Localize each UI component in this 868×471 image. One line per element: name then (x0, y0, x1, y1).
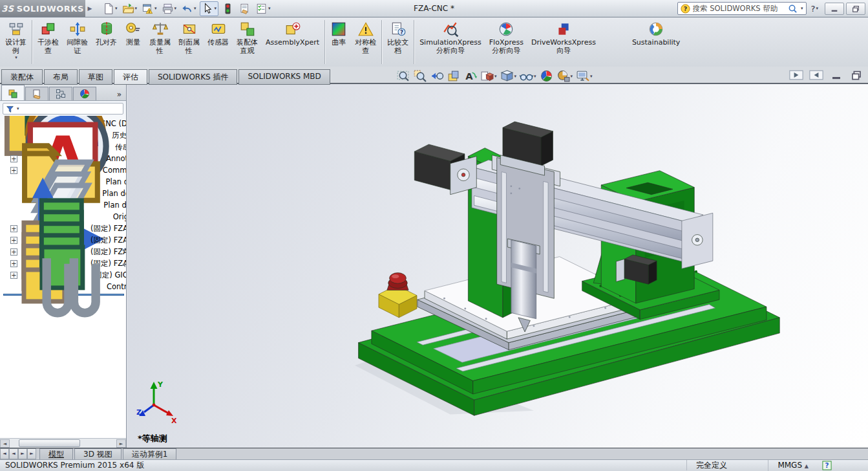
solidworks-addins-tab[interactable]: SOLIDWORKS 插件 (149, 69, 237, 85)
menu-flyout-arrow[interactable]: ▶ (85, 5, 94, 12)
view-orientation-button[interactable]: ▾ (480, 69, 498, 83)
expand-toggle[interactable]: + (10, 248, 17, 256)
options-button[interactable]: ▾ (254, 2, 272, 16)
units-selector[interactable]: MMGS ▲ (768, 460, 809, 471)
featuremanager-tab[interactable] (1, 85, 25, 100)
rebuild-button[interactable] (220, 2, 235, 16)
panel-splitter-handle[interactable] (122, 248, 125, 253)
simulationxpress-wizard-button[interactable]: SimulationXpress 分析向导 (416, 18, 485, 66)
panel-splitter-handle[interactable] (122, 262, 125, 267)
new-document-button[interactable]: ▾ (101, 2, 119, 16)
tree-filter[interactable]: ▾ (3, 103, 123, 115)
feature-manager-panel: » ▾ FZA-CNC (Défaut<显示状态-历史记录传感器+AAnnota… (0, 84, 127, 448)
search-dropdown-arrow[interactable]: ▾ (801, 6, 803, 11)
filter-icon (6, 105, 14, 113)
clearance-verification-button[interactable]: 间隙验 证 (63, 18, 92, 66)
scroll-right-arrow[interactable]: ► (116, 439, 126, 448)
hide-show-items-button[interactable]: ▾ (519, 69, 537, 83)
mass-properties-button[interactable]: 质量属 性 (145, 18, 175, 66)
layout-tab[interactable]: 布局 (44, 69, 78, 85)
assembly-tab[interactable]: 装配体 (1, 69, 43, 85)
tab-scroll-prev-button[interactable]: ◄ (9, 448, 18, 459)
expand-toggle[interactable]: + (10, 167, 17, 174)
compare-documents-button[interactable]: ?比较文 档 (383, 18, 412, 66)
search-icon[interactable] (788, 4, 798, 14)
expand-toggle[interactable]: + (10, 237, 17, 244)
save-document-button[interactable]: ▾ (140, 2, 158, 16)
interference-check-button[interactable]: 干涉检 查 (34, 18, 63, 66)
solidworks-mbd-tab[interactable]: SOLIDWORKS MBD (238, 69, 330, 85)
assembly-visualization-button[interactable]: 装配体 直观 (233, 18, 262, 66)
mates-folder-item[interactable]: Contraintes (2, 281, 126, 292)
open-document-button[interactable]: ▾ (121, 2, 139, 16)
origin-label: Origine (113, 212, 126, 221)
expand-toggle[interactable]: + (10, 272, 17, 279)
expand-toggle[interactable]: + (10, 155, 17, 162)
status-help-icon[interactable]: ? (822, 461, 832, 470)
pane-right-button[interactable] (809, 69, 824, 81)
expand-toggle[interactable]: + (10, 260, 17, 267)
configurationmanager-tab[interactable] (49, 87, 72, 100)
displaymanager-tab[interactable] (73, 87, 96, 100)
zoom-to-area-button[interactable] (412, 69, 427, 83)
options-icon (255, 3, 268, 15)
undo-button[interactable]: ▾ (180, 2, 198, 16)
view-orientation-label: *等轴测 (138, 433, 167, 444)
display-style-button[interactable]: ▾ (500, 69, 518, 83)
section-view-button[interactable] (446, 69, 461, 83)
app-version-text: SOLIDWORKS Premium 2015 x64 版 (5, 460, 144, 470)
window-minimize-button[interactable] (825, 3, 844, 15)
curvature-label: 曲率 (332, 39, 346, 47)
measure-button[interactable]: 测量 (121, 18, 145, 66)
tab-scroll-last-button[interactable]: ► (27, 448, 36, 459)
expand-toggle[interactable]: + (10, 225, 17, 232)
configurationmanager-tab-icon (56, 89, 66, 99)
design-study-button[interactable]: 设计算 例▾ (1, 18, 30, 66)
scrollbar-thumb[interactable] (19, 439, 80, 447)
file-properties-button[interactable] (237, 2, 252, 16)
assemblyxpert-button[interactable]: AssemblyXpert (262, 18, 323, 66)
document-minimize-button[interactable] (829, 69, 844, 81)
3d-views-tab[interactable]: 3D 视图 (74, 448, 122, 459)
previous-view-button[interactable] (429, 69, 444, 83)
edit-appearance-button[interactable] (539, 69, 554, 83)
pane-left-button[interactable] (789, 69, 804, 81)
tab-scroll-first-button[interactable]: ◄ (0, 448, 9, 459)
sustainability-button[interactable]: Sustainability (628, 18, 684, 66)
help-search-box[interactable]: ? 搜索 SOLIDWORKS 帮助 ▾ (677, 2, 807, 15)
tab-scroll-buttons: ◄◄►► (0, 448, 36, 459)
cnc-assembly-model[interactable] (355, 120, 781, 419)
panel-horizontal-scrollbar[interactable]: ◄ ► (0, 438, 126, 448)
select-tool-button[interactable]: ▾ (200, 1, 219, 16)
scroll-left-arrow[interactable]: ◄ (0, 439, 10, 448)
filter-dropdown-arrow[interactable]: ▾ (17, 106, 19, 111)
window-restore-button[interactable] (846, 3, 865, 15)
sketch-tab[interactable]: 草图 (79, 69, 112, 85)
floxpress-wizard-button[interactable]: FloXpress 分析向导 (485, 18, 527, 66)
graphics-viewport[interactable]: Y X Z *等轴测 (127, 84, 868, 448)
model-tab[interactable]: 模型 (39, 448, 73, 459)
evaluate-tab[interactable]: 评估 (114, 69, 147, 85)
logo-mark: 3S (1, 4, 14, 14)
help-button[interactable]: ?▾ (807, 4, 823, 14)
svg-text:?: ? (400, 29, 403, 36)
sensors-button[interactable]: 传感器 (204, 18, 233, 66)
annotation-views-button[interactable]: A (463, 69, 478, 83)
propertymanager-tab[interactable] (25, 87, 48, 100)
zoom-to-fit-button[interactable] (396, 69, 410, 83)
view-settings-button[interactable]: ▾ (575, 69, 593, 83)
compare-documents-icon: ? (390, 21, 407, 38)
print-button[interactable]: ▾ (160, 2, 178, 16)
document-title: FZA-CNC * (414, 4, 454, 13)
tab-scroll-next-button[interactable]: ► (18, 448, 27, 459)
driveworksxpress-wizard-button[interactable]: DriveWorksXpress 向导 (527, 18, 600, 66)
section-properties-button[interactable]: 剖面属 性 (175, 18, 204, 66)
document-restore-button[interactable] (849, 69, 864, 81)
apply-scene-button[interactable]: ▾ (556, 69, 574, 83)
motion-study-1-tab[interactable]: 运动算例1 (123, 448, 177, 459)
hole-alignment-button[interactable]: 孔对齐 (92, 18, 121, 66)
panel-tabs-overflow[interactable]: » (114, 90, 125, 100)
section-view-icon (447, 69, 460, 83)
curvature-button[interactable]: 曲率 (326, 18, 351, 66)
symmetry-check-button[interactable]: 对称检 查 (351, 18, 380, 66)
